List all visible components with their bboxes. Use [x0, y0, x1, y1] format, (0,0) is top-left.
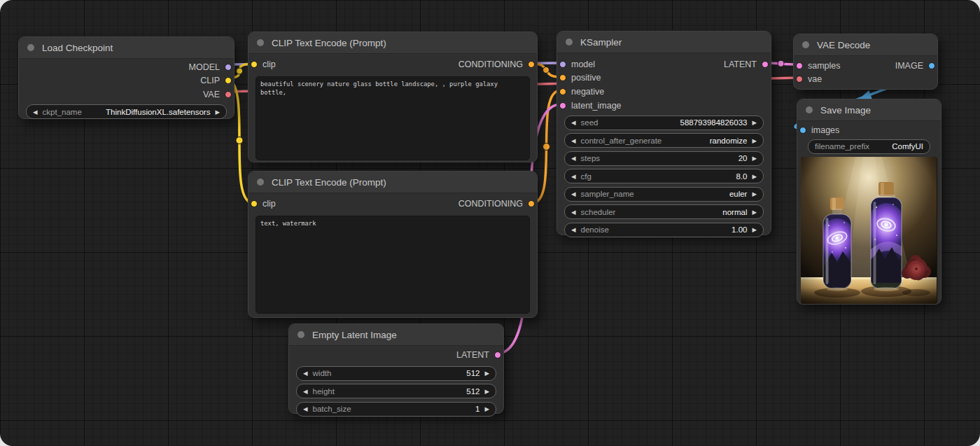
collapse-dot-icon[interactable] — [566, 39, 573, 46]
node-clip-text-encode-positive[interactable]: CLIP Text Encode (Prompt) clip CONDITION… — [248, 32, 538, 162]
widget-batch-size[interactable]: ◀ batch_size 1 ▶ — [296, 402, 496, 417]
prompt-text-area[interactable]: beautiful scenery nature glass bottle la… — [255, 76, 530, 160]
vae-port-dot[interactable] — [225, 91, 232, 98]
latent-port-dot[interactable] — [762, 61, 769, 68]
input-slot-latent-image: latent_image — [557, 99, 771, 113]
arrow-right-icon[interactable]: ▶ — [215, 109, 220, 116]
node-header[interactable]: VAE Decode — [794, 34, 937, 56]
node-vae-decode[interactable]: VAE Decode samples IMAGE vae — [793, 34, 938, 90]
output-slot-latent: LATENT — [289, 347, 503, 363]
node-header[interactable]: CLIP Text Encode (Prompt) — [248, 172, 537, 193]
output-slot-conditioning: CONDITIONING — [458, 199, 535, 209]
arrow-left-icon[interactable]: ◀ — [303, 388, 308, 395]
node-ksampler[interactable]: KSampler model LATENT positive negative — [556, 31, 771, 235]
arrow-left-icon[interactable]: ◀ — [571, 137, 576, 144]
vae-port-dot[interactable] — [796, 76, 803, 83]
widget-ckpt-name[interactable]: ◀ ckpt_name ThinkDiffusionXL.safetensors… — [26, 104, 227, 119]
node-graph-canvas[interactable]: Load Checkpoint MODEL CLIP VAE ◀ ckpt_na… — [0, 0, 980, 446]
conditioning-port-dot[interactable] — [559, 74, 566, 81]
arrow-left-icon[interactable]: ◀ — [571, 155, 576, 162]
arrow-left-icon[interactable]: ◀ — [571, 119, 576, 126]
slot-label: CONDITIONING — [458, 199, 523, 209]
output-slot-clip: CLIP — [19, 74, 234, 88]
wire-midpoint-dot — [543, 144, 550, 151]
widget-height[interactable]: ◀ height 512 ▶ — [296, 384, 496, 398]
arrow-right-icon[interactable]: ▶ — [484, 388, 489, 395]
latent-port-dot[interactable] — [796, 62, 803, 69]
arrow-left-icon[interactable]: ◀ — [303, 405, 308, 412]
slot-label: clip — [262, 60, 276, 69]
node-title: Save Image — [820, 105, 871, 116]
widget-width[interactable]: ◀ width 512 ▶ — [296, 366, 496, 381]
node-header[interactable]: Empty Latent Image — [289, 324, 503, 346]
arrow-left-icon[interactable]: ◀ — [303, 370, 308, 377]
arrow-left-icon[interactable]: ◀ — [571, 226, 576, 233]
slot-label: CONDITIONING — [458, 60, 523, 69]
node-header[interactable]: Save Image — [797, 99, 941, 121]
output-slot-latent: LATENT — [724, 60, 769, 69]
node-clip-text-encode-negative[interactable]: CLIP Text Encode (Prompt) clip CONDITION… — [248, 171, 538, 318]
arrow-right-icon[interactable]: ▶ — [752, 155, 757, 162]
output-slot-model: MODEL — [19, 60, 234, 74]
arrow-right-icon[interactable]: ▶ — [484, 370, 489, 377]
output-slot-conditioning: CONDITIONING — [458, 60, 535, 69]
wire-midpoint-dot — [237, 68, 243, 74]
arrow-right-icon[interactable]: ▶ — [752, 190, 757, 197]
widget-seed[interactable]: ◀ seed 588793984826033 ▶ — [564, 116, 764, 130]
arrow-right-icon[interactable]: ▶ — [752, 119, 757, 126]
generated-image-preview[interactable] — [801, 157, 937, 304]
node-header[interactable]: Load Checkpoint — [19, 37, 234, 59]
widget-sampler-name[interactable]: ◀ sampler_name euler ▶ — [564, 187, 764, 202]
model-port-dot[interactable] — [225, 64, 232, 71]
node-header[interactable]: KSampler — [557, 32, 771, 53]
collapse-dot-icon[interactable] — [257, 179, 264, 186]
slot-label: MODEL — [189, 62, 220, 72]
input-slot-clip: clip — [251, 60, 276, 69]
arrow-right-icon[interactable]: ▶ — [752, 226, 757, 233]
slot-label: VAE — [203, 90, 220, 99]
arrow-right-icon[interactable]: ▶ — [484, 405, 489, 412]
clip-port-dot[interactable] — [251, 61, 258, 68]
node-load-checkpoint[interactable]: Load Checkpoint MODEL CLIP VAE ◀ ckpt_na… — [18, 36, 234, 119]
arrow-right-icon[interactable]: ▶ — [752, 173, 757, 180]
collapse-dot-icon[interactable] — [257, 39, 264, 46]
arrow-left-icon[interactable]: ◀ — [33, 109, 38, 116]
widget-denoise[interactable]: ◀ denoise 1.00 ▶ — [564, 223, 764, 237]
widget-label: ckpt_name — [43, 108, 82, 116]
slot-label: CLIP — [200, 76, 220, 85]
node-title: Empty Latent Image — [312, 330, 397, 340]
slot-label: clip — [262, 199, 276, 209]
widget-steps[interactable]: ◀ steps 20 ▶ — [564, 151, 764, 166]
clip-port-dot[interactable] — [225, 77, 232, 84]
collapse-dot-icon[interactable] — [806, 106, 813, 113]
node-empty-latent-image[interactable]: Empty Latent Image LATENT ◀ width 512 ▶ … — [288, 323, 504, 414]
arrow-right-icon[interactable]: ▶ — [752, 137, 757, 144]
widget-cfg[interactable]: ◀ cfg 8.0 ▶ — [564, 169, 764, 183]
node-save-image[interactable]: Save Image images filename_prefix ComfyU… — [797, 99, 941, 305]
latent-port-dot[interactable] — [494, 351, 501, 358]
collapse-dot-icon[interactable] — [802, 41, 809, 48]
model-port-dot[interactable] — [559, 61, 566, 68]
collapse-dot-icon[interactable] — [298, 331, 304, 338]
widget-scheduler[interactable]: ◀ scheduler normal ▶ — [564, 204, 764, 219]
prompt-text-area[interactable]: text, watermark — [255, 216, 530, 314]
image-port-dot[interactable] — [799, 127, 806, 134]
conditioning-port-dot[interactable] — [528, 61, 535, 68]
latent-port-dot[interactable] — [559, 102, 566, 109]
output-slot-vae: VAE — [19, 88, 234, 102]
slot-label: LATENT — [456, 350, 489, 360]
node-title: CLIP Text Encode (Prompt) — [272, 38, 386, 48]
collapse-dot-icon[interactable] — [27, 44, 34, 51]
widget-filename-prefix[interactable]: filename_prefix ComfyUI — [808, 139, 930, 154]
clip-port-dot[interactable] — [251, 200, 258, 207]
arrow-left-icon[interactable]: ◀ — [571, 209, 576, 216]
node-header[interactable]: CLIP Text Encode (Prompt) — [248, 32, 537, 54]
conditioning-port-dot[interactable] — [528, 200, 535, 207]
arrow-left-icon[interactable]: ◀ — [571, 173, 576, 180]
arrow-left-icon[interactable]: ◀ — [571, 190, 576, 197]
image-port-dot[interactable] — [928, 62, 935, 69]
conditioning-port-dot[interactable] — [559, 88, 566, 95]
widget-control-after-generate[interactable]: ◀ control_after_generate randomize ▶ — [564, 133, 764, 148]
node-title: VAE Decode — [817, 40, 870, 50]
arrow-right-icon[interactable]: ▶ — [752, 209, 757, 216]
